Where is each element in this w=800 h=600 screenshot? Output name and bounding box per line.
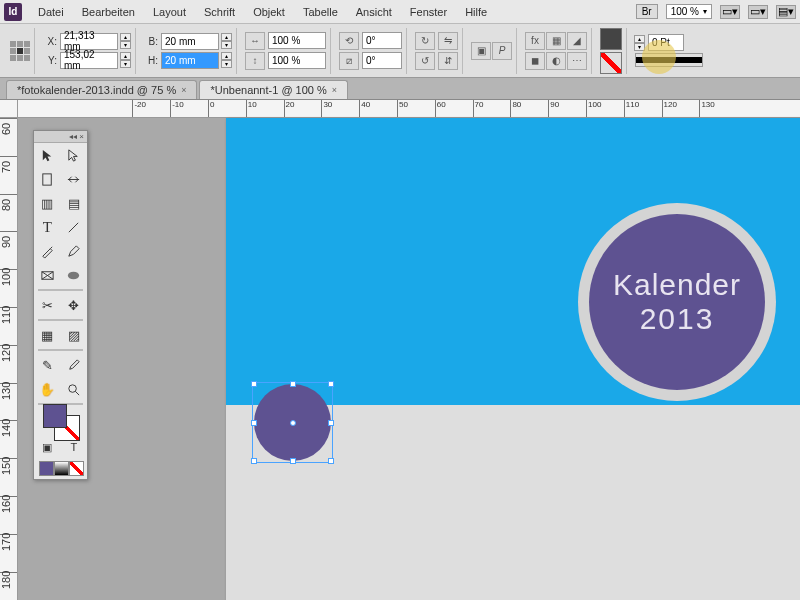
opacity-icon[interactable]: ◐: [546, 52, 566, 70]
bridge-button[interactable]: Br: [636, 4, 658, 19]
gradient-swatch-tool[interactable]: ▦: [34, 323, 61, 347]
svg-point-6: [69, 384, 77, 392]
pencil-tool[interactable]: [61, 239, 88, 263]
gradient-feather-tool[interactable]: ▨: [61, 323, 88, 347]
select-content-icon[interactable]: P: [492, 42, 512, 60]
menu-datei[interactable]: Datei: [30, 3, 72, 21]
ellipse-tool[interactable]: [61, 263, 88, 287]
select-container-icon[interactable]: ▣: [471, 42, 491, 60]
resize-handle[interactable]: [328, 420, 334, 426]
resize-handle[interactable]: [251, 381, 257, 387]
resize-handle[interactable]: [328, 458, 334, 464]
corner-icon[interactable]: ◢: [567, 32, 587, 50]
content-collector-tool[interactable]: ▥: [34, 191, 61, 215]
rotate-cw-icon[interactable]: ↻: [415, 32, 435, 50]
title-circle-outer[interactable]: Kalender 2013: [578, 203, 776, 401]
height-field[interactable]: 20 mm: [161, 52, 219, 69]
resize-handle[interactable]: [251, 458, 257, 464]
selected-ellipse[interactable]: [254, 384, 331, 461]
title-line2: 2013: [640, 302, 715, 336]
menu-hilfe[interactable]: Hilfe: [457, 3, 495, 21]
pasteboard[interactable]: Kalender 2013: [18, 118, 800, 600]
close-icon[interactable]: ×: [181, 85, 186, 95]
more-icon[interactable]: ⋯: [567, 52, 587, 70]
wrap-icon[interactable]: ▦: [546, 32, 566, 50]
stroke-weight-field[interactable]: 0 Pt: [648, 34, 684, 51]
tools-panel[interactable]: ◂◂ × ▥ ▤ T ✂ ✥ ▦ ▨ ✎ ✋ ▣ T: [33, 130, 88, 480]
separator: [38, 289, 83, 291]
horizontal-ruler[interactable]: -20-100102030405060708090100110120130: [18, 100, 800, 118]
menu-bar: Id Datei Bearbeiten Layout Schrift Objek…: [0, 0, 800, 24]
hand-tool[interactable]: ✋: [34, 377, 61, 401]
resize-handle[interactable]: [290, 381, 296, 387]
scale-y-field[interactable]: 100 %: [268, 52, 326, 69]
effects-icon[interactable]: fx: [525, 32, 545, 50]
document-page[interactable]: Kalender 2013: [226, 118, 800, 600]
tab-label: *fotokalender-2013.indd @ 75 %: [17, 84, 176, 96]
menu-bearbeiten[interactable]: Bearbeiten: [74, 3, 143, 21]
formatting-container-icon[interactable]: ▣: [34, 437, 61, 457]
fill-swatch[interactable]: [600, 28, 622, 50]
menu-tabelle[interactable]: Tabelle: [295, 3, 346, 21]
menu-schrift[interactable]: Schrift: [196, 3, 243, 21]
arrange-icon[interactable]: ▤▾: [776, 5, 796, 19]
y-label: Y:: [43, 55, 57, 66]
menu-ansicht[interactable]: Ansicht: [348, 3, 400, 21]
content-placer-tool[interactable]: ▤: [61, 191, 88, 215]
reference-point[interactable]: [10, 41, 30, 61]
stroke-style[interactable]: [635, 53, 703, 67]
menu-layout[interactable]: Layout: [145, 3, 194, 21]
rectangle-frame-tool[interactable]: [34, 263, 61, 287]
ruler-origin[interactable]: [0, 100, 18, 118]
page-tool[interactable]: [34, 167, 61, 191]
view-mode-icon[interactable]: ▭▾: [720, 5, 740, 19]
screen-mode-icon[interactable]: ▭▾: [748, 5, 768, 19]
apply-color-icon[interactable]: [39, 461, 54, 476]
zoom-tool[interactable]: [61, 377, 88, 401]
tab-unbenannt[interactable]: *Unbenannt-1 @ 100 % ×: [199, 80, 348, 99]
resize-handle[interactable]: [251, 420, 257, 426]
color-mode-row: [34, 457, 87, 479]
x-field[interactable]: 21,313 mm: [60, 33, 118, 50]
width-field[interactable]: 20 mm: [161, 33, 219, 50]
flip-h-icon[interactable]: ⇋: [438, 32, 458, 50]
title-line1: Kalender: [613, 268, 741, 302]
tab-fotokalender[interactable]: *fotokalender-2013.indd @ 75 % ×: [6, 80, 197, 99]
scale-x-field[interactable]: 100 %: [268, 32, 326, 49]
pen-tool[interactable]: [34, 239, 61, 263]
scissors-tool[interactable]: ✂: [34, 293, 61, 317]
fill-stroke-control[interactable]: [34, 407, 87, 437]
rotate-field[interactable]: 0°: [362, 32, 402, 49]
zoom-level-combo[interactable]: 100 %: [666, 4, 712, 19]
formatting-text-icon[interactable]: T: [61, 437, 88, 457]
menu-fenster[interactable]: Fenster: [402, 3, 455, 21]
scale-x-icon: ↔: [245, 32, 265, 50]
selection-tool[interactable]: [34, 143, 61, 167]
menu-objekt[interactable]: Objekt: [245, 3, 293, 21]
vertical-ruler[interactable]: 60708090100110120130140150160170180: [0, 118, 18, 600]
line-tool[interactable]: [61, 215, 88, 239]
shear-field[interactable]: 0°: [362, 52, 402, 69]
y-field[interactable]: 153,02 mm: [60, 52, 118, 69]
drop-shadow-icon[interactable]: ◼: [525, 52, 545, 70]
apply-none-icon[interactable]: [69, 461, 84, 476]
eyedropper-tool[interactable]: [61, 353, 88, 377]
resize-handle[interactable]: [328, 381, 334, 387]
rotate-ccw-icon[interactable]: ↺: [415, 52, 435, 70]
resize-handle[interactable]: [290, 458, 296, 464]
close-icon[interactable]: ×: [332, 85, 337, 95]
scale-y-icon: ↕: [245, 52, 265, 70]
free-transform-tool[interactable]: ✥: [61, 293, 88, 317]
title-circle-inner[interactable]: Kalender 2013: [589, 214, 765, 390]
gap-tool[interactable]: [61, 167, 88, 191]
tools-panel-header[interactable]: ◂◂ ×: [34, 131, 87, 143]
w-label: B:: [144, 36, 158, 47]
stroke-swatch[interactable]: [600, 52, 622, 74]
flip-v-icon[interactable]: ⇵: [438, 52, 458, 70]
apply-gradient-icon[interactable]: [54, 461, 69, 476]
direct-selection-tool[interactable]: [61, 143, 88, 167]
note-tool[interactable]: ✎: [34, 353, 61, 377]
center-handle[interactable]: [290, 420, 296, 426]
control-bar: X: 21,313 mm ▴▾ Y: 153,02 mm ▴▾ B: 20 mm…: [0, 24, 800, 78]
type-tool[interactable]: T: [34, 215, 61, 239]
